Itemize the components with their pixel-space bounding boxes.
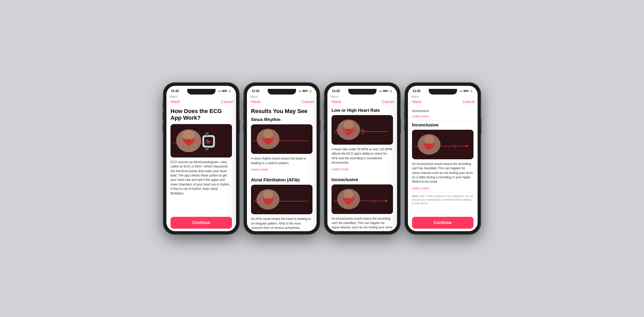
vol-up-button-2[interactable]	[243, 111, 244, 120]
svg-point-27	[386, 200, 387, 201]
status-icons-1: ▪▪▪ WiFi 🔋	[218, 90, 231, 92]
wifi-icon-1: WiFi	[222, 90, 227, 92]
vol-down-button-2[interactable]	[243, 123, 244, 132]
body-text-1: ECG records an electrocardiogram—also ca…	[171, 160, 232, 196]
battery-icon-1: 🔋	[228, 90, 231, 92]
svg-point-33	[466, 145, 467, 147]
svg-point-18	[284, 212, 286, 213]
cancel-button-2[interactable]: Cancel	[301, 99, 314, 104]
learn-more-3-0[interactable]: Learn more	[332, 167, 393, 171]
ecg-card-1	[171, 124, 232, 157]
phone-1: 11:22 ▪▪▪ WiFi 🔋 Watch ‹ Back Cancel How…	[163, 83, 239, 234]
body-text-2-0: A sinus rhythm result means the heart is…	[251, 156, 312, 165]
divider-4-1	[412, 192, 473, 192]
svg-point-32	[424, 135, 434, 143]
back-label-3: Back	[332, 99, 341, 104]
mute-button-1[interactable]	[163, 102, 163, 109]
svg-point-35	[445, 157, 447, 158]
wifi-icon-3: WiFi	[383, 90, 388, 92]
status-time-2: 11:22	[252, 89, 260, 93]
power-button-3[interactable]	[400, 119, 401, 134]
watch-nav-3: Watch	[327, 95, 397, 99]
section-title-4-0: Inconclusive	[412, 123, 473, 128]
phone-screen-1: 11:22 ▪▪▪ WiFi 🔋 Watch ‹ Back Cancel How…	[166, 86, 236, 231]
section-title-3-0: Low or High Heart Rate	[332, 108, 393, 113]
status-icons-2: ▪▪▪ WiFi 🔋	[299, 90, 312, 92]
mute-button-3[interactable]	[324, 102, 324, 109]
back-label-1: Back	[171, 99, 180, 104]
svg-rect-5	[205, 132, 208, 135]
battery-icon-4: 🔋	[470, 90, 473, 92]
cancel-button-3[interactable]: Cancel	[382, 99, 394, 104]
page-title-1: How Does the ECG App Work?	[171, 108, 232, 122]
signal-icon-3: ▪▪▪	[379, 90, 382, 92]
nav-bar-2: ‹ Back Cancel	[247, 99, 317, 105]
cancel-button-1[interactable]: Cancel	[221, 99, 233, 104]
vol-up-button-3[interactable]	[324, 111, 324, 120]
status-time-3: 11:22	[332, 89, 340, 93]
phone-2: 11:22 ▪▪▪ WiFi 🔋 Watch ‹ Back Cancel Res…	[244, 83, 320, 234]
vol-up-button-1[interactable]	[163, 111, 163, 120]
learn-more-4-top[interactable]: Learn more	[412, 114, 473, 118]
phone-3: 11:22 ▪▪▪ WiFi 🔋 Watch ‹ Back Cancel Low…	[324, 83, 400, 234]
power-button-1[interactable]	[239, 119, 240, 134]
nav-bar-1: ‹ Back Cancel	[166, 99, 236, 105]
back-button-4[interactable]: ‹ Back	[411, 99, 422, 104]
signal-icon-4: ▪▪▪	[460, 90, 462, 92]
back-chevron-2: ‹	[250, 99, 251, 104]
vol-down-button-4[interactable]	[404, 123, 405, 132]
phone-screen-4: 11:22 ▪▪▪ WiFi 🔋 Watch ‹ Back Cancel inc…	[408, 86, 478, 231]
continue-button-4[interactable]: Continue	[412, 217, 473, 229]
back-chevron-3: ‹	[330, 99, 332, 104]
vol-down-button-3[interactable]	[324, 123, 324, 132]
learn-more-4-0[interactable]: Learn more	[412, 186, 473, 190]
back-chevron-1: ‹	[169, 99, 171, 104]
vol-down-button-1[interactable]	[163, 123, 163, 132]
back-label-2: Back	[252, 99, 260, 104]
svg-point-11	[263, 130, 273, 138]
svg-point-13	[284, 152, 286, 153]
learn-more-2-0[interactable]: Learn more	[251, 167, 312, 171]
back-button-2[interactable]: ‹ Back	[250, 99, 261, 104]
phones-container: 11:22 ▪▪▪ WiFi 🔋 Watch ‹ Back Cancel How…	[163, 83, 481, 234]
nav-bar-4: ‹ Back Cancel	[408, 99, 478, 105]
note-label-4: Note:	[412, 195, 419, 198]
divider-4	[412, 120, 473, 120]
notch-2	[268, 89, 296, 95]
ecg-card-4-0	[412, 130, 473, 159]
phone-screen-2: 11:22 ▪▪▪ WiFi 🔋 Watch ‹ Back Cancel Res…	[247, 86, 317, 231]
mute-button-2[interactable]	[243, 102, 244, 109]
status-time-1: 11:22	[171, 89, 179, 93]
svg-point-34	[418, 157, 419, 158]
wifi-icon-4: WiFi	[463, 90, 469, 92]
mute-button-4[interactable]	[404, 102, 405, 109]
back-button-1[interactable]: ‹ Back	[169, 99, 180, 104]
svg-point-17	[257, 212, 258, 213]
svg-point-29	[365, 211, 366, 213]
notch-1	[187, 89, 216, 95]
ecg-card-3-1	[332, 184, 393, 214]
section-title-2-1: Atrial Fibrillation (AFib)	[251, 178, 312, 183]
status-time-4: 11:22	[413, 89, 421, 93]
phone-screen-3: 11:22 ▪▪▪ WiFi 🔋 Watch ‹ Back Cancel Low…	[327, 86, 397, 231]
cancel-button-4[interactable]: Cancel	[462, 99, 475, 104]
scrolled-content-4: inconclusive. Learn more Inconclusive	[412, 108, 473, 207]
power-button-2[interactable]	[320, 119, 320, 134]
continue-button-1[interactable]: Continue	[171, 217, 232, 229]
svg-point-26	[344, 190, 354, 198]
svg-point-23	[365, 142, 366, 144]
watch-nav-4: Watch	[408, 95, 478, 99]
vol-up-button-4[interactable]	[404, 111, 405, 120]
back-button-3[interactable]: ‹ Back	[330, 99, 341, 104]
body-text-4-0: An inconclusive result means the recordi…	[412, 162, 473, 184]
svg-point-8	[204, 155, 205, 156]
body-text-3-0: A heart rate under 50 BPM or over 120 BP…	[332, 147, 393, 165]
notch-4	[429, 89, 457, 95]
nav-bar-3: ‹ Back Cancel	[327, 99, 397, 105]
svg-point-16	[263, 190, 273, 199]
svg-point-28	[338, 211, 339, 213]
status-icons-3: ▪▪▪ WiFi 🔋	[379, 90, 392, 92]
page-title-2: Results You May See	[251, 108, 312, 115]
notch-3	[348, 89, 377, 95]
power-button-4[interactable]	[481, 119, 481, 134]
